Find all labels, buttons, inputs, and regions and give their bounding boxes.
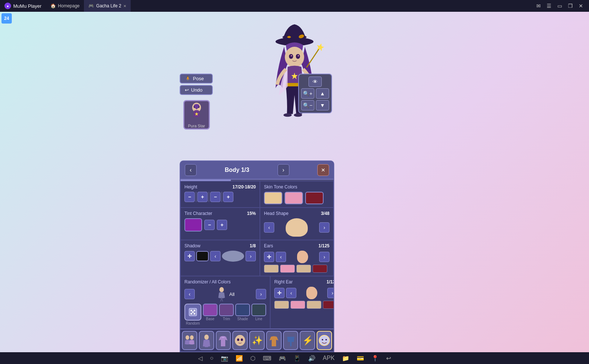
tint-inc-button[interactable]: + — [217, 220, 227, 230]
rand-center: All — [216, 287, 234, 301]
zoom-in-button[interactable]: 🔍+ — [301, 88, 314, 99]
right-ear-color-2[interactable] — [290, 301, 305, 309]
svg-point-27 — [186, 335, 189, 340]
ears-prev-button[interactable]: ‹ — [276, 252, 286, 262]
home-button[interactable]: ○ — [210, 355, 214, 361]
height-inc2-button[interactable]: + — [223, 192, 233, 202]
ears-nav: ✛ ‹ › — [264, 251, 329, 263]
wallet-button[interactable]: 💳 — [357, 355, 364, 362]
mail-icon[interactable]: ✉ — [535, 3, 542, 9]
tab-emote[interactable] — [317, 331, 332, 350]
ears-color-4[interactable] — [313, 265, 327, 273]
volume-button[interactable]: 🔊 — [308, 355, 315, 362]
restore-icon[interactable]: ❒ — [567, 3, 574, 9]
back-button[interactable]: ◁ — [198, 355, 202, 362]
shadow-color-swatch[interactable] — [196, 251, 209, 261]
svg-point-34 — [241, 339, 243, 341]
emote-icon — [318, 334, 331, 347]
undo-button[interactable]: ↩ Undo — [180, 85, 213, 95]
shadow-next-button[interactable]: › — [246, 251, 256, 261]
ears-color-3[interactable] — [296, 265, 311, 273]
svg-point-13 — [294, 113, 302, 117]
eye-button[interactable]: 👁 — [308, 77, 322, 87]
close-tab-icon[interactable]: ✕ — [123, 4, 126, 8]
character-thumbnail[interactable]: Pura Star — [183, 100, 210, 130]
camera-button[interactable]: 📷 — [221, 355, 228, 362]
height-value: 17/20·18/20 — [233, 184, 256, 190]
scroll-up-button[interactable]: ▲ — [316, 88, 329, 99]
random-button[interactable] — [184, 304, 201, 321]
right-ear-value: 1/125 — [327, 279, 334, 285]
panel-prev-button[interactable]: ‹ — [185, 164, 197, 176]
screenshot-button[interactable]: 📱 — [293, 355, 301, 362]
location-button[interactable]: 📍 — [371, 355, 379, 362]
tab-game[interactable]: 🎮 Gacha Life 2 ✕ — [84, 0, 131, 12]
rand-prev-button[interactable]: ‹ — [184, 289, 195, 299]
skin-tone-label: Skin Tone Colors — [264, 184, 297, 190]
tab-body[interactable] — [199, 331, 214, 350]
tab-bar: 🏠 Homepage 🎮 Gacha Life 2 ✕ — [46, 0, 530, 12]
base-color-swatch[interactable] — [203, 304, 218, 316]
tab-face[interactable] — [232, 331, 248, 350]
zoom-out-button[interactable]: 🔍− — [301, 100, 314, 110]
face-icon — [233, 334, 247, 347]
scroll-down-button[interactable]: ▼ — [316, 100, 329, 110]
tint-color-swatch[interactable] — [184, 218, 202, 232]
line-label: Line — [255, 317, 262, 321]
head-shape-next-button[interactable]: › — [319, 222, 329, 233]
shadow-prev-button[interactable]: ‹ — [210, 251, 221, 261]
base-label: Base — [206, 317, 215, 321]
head-shape-prev-button[interactable]: ‹ — [264, 222, 274, 233]
keyboard-button[interactable]: ⌨ — [263, 355, 271, 362]
skin-swatch-1[interactable] — [264, 192, 282, 204]
share-button[interactable]: ⬡ — [250, 355, 255, 362]
close-window-icon[interactable]: ✕ — [577, 3, 585, 9]
files-button[interactable]: 📁 — [342, 355, 349, 362]
height-dec2-button[interactable]: − — [210, 192, 221, 202]
ears-move-button[interactable]: ✛ — [264, 252, 274, 262]
shade-color-swatch[interactable] — [235, 304, 250, 316]
gamepad-button[interactable]: 🎮 — [279, 355, 286, 362]
right-ear-color-1[interactable] — [274, 301, 289, 309]
back2-button[interactable]: ↩ — [386, 355, 391, 362]
panel-close-button[interactable]: ✕ — [317, 164, 329, 176]
head-shape-section: Head Shape 3/48 ‹ › — [260, 208, 334, 240]
height-inc1-button[interactable]: + — [197, 192, 208, 202]
wifi-button[interactable]: 📶 — [236, 355, 243, 362]
ears-color-1[interactable] — [264, 265, 279, 273]
menu-icon[interactable]: ☰ — [545, 3, 553, 9]
right-ear-move-button[interactable]: ✛ — [274, 288, 285, 298]
height-dec1-button[interactable]: − — [184, 192, 195, 202]
right-ear-color-4[interactable] — [323, 301, 334, 309]
ears-next-button[interactable]: › — [319, 252, 329, 262]
skin-swatch-3[interactable] — [305, 192, 324, 204]
tab-homepage[interactable]: 🏠 Homepage — [46, 0, 84, 12]
tint-dec-button[interactable]: − — [204, 220, 215, 230]
shadow-move-button[interactable]: ✛ — [184, 251, 195, 261]
tab-characters[interactable] — [182, 331, 197, 350]
svg-point-18 — [219, 287, 224, 292]
right-ear-prev-button[interactable]: ‹ — [286, 288, 296, 298]
tab-outfit[interactable] — [216, 331, 231, 350]
skin-swatch-2[interactable] — [285, 192, 303, 204]
ears-color-2[interactable] — [280, 265, 295, 273]
panel-next-button[interactable]: › — [278, 164, 289, 176]
shadow-label: Shadow — [184, 243, 200, 248]
right-ear-next-button[interactable]: › — [327, 288, 334, 298]
tab-accessories[interactable]: ⚡ — [300, 331, 315, 350]
right-ear-color-3[interactable] — [307, 301, 321, 309]
tab-clothes[interactable] — [266, 331, 282, 350]
rand-next-button[interactable]: › — [256, 289, 266, 299]
ears-header: Ears 1/125 — [264, 243, 329, 248]
svg-point-32 — [235, 335, 245, 346]
minimize-icon[interactable]: ▭ — [556, 3, 564, 9]
line-color-swatch[interactable] — [251, 304, 266, 316]
rand-figure — [216, 287, 227, 301]
height-controls: − + − + — [184, 192, 256, 202]
homepage-label: Homepage — [58, 3, 80, 8]
apk-button[interactable]: APK — [323, 355, 335, 361]
pose-button[interactable]: 🧍 Pose — [180, 74, 213, 84]
trim-color-swatch[interactable] — [219, 304, 234, 316]
tab-bottom[interactable] — [283, 331, 299, 350]
tab-effects[interactable]: ✨ — [249, 331, 265, 350]
